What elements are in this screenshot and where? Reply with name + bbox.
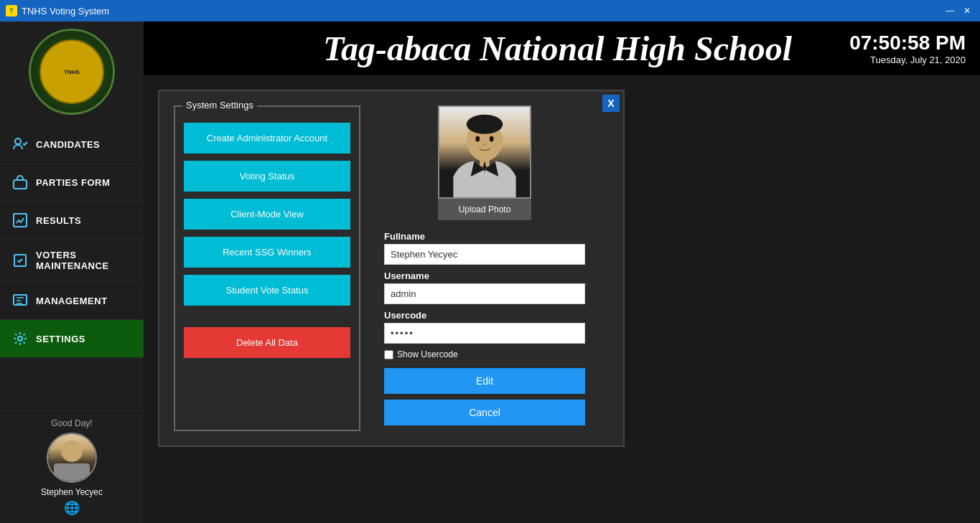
fullname-group: Fullname (384, 231, 585, 265)
recent-ssg-button[interactable]: Recent SSG Winners (184, 237, 350, 268)
parties-label: PARTIES FORM (36, 177, 110, 188)
header: Tag-abaca National High School 07:50:58 … (144, 22, 980, 75)
current-time: 07:50:58 PM (849, 32, 966, 55)
username-label: Username (384, 270, 585, 281)
settings-panel: System Settings Create Administrator Acc… (174, 105, 360, 431)
svg-rect-2 (14, 214, 27, 227)
content-area: X System Settings Create Administrator A… (144, 75, 980, 523)
admin-form: Upload Photo Fullname Username Usercode (360, 105, 609, 431)
upload-photo-button[interactable]: Upload Photo (438, 199, 531, 220)
show-usercode-row: Show Usercode (384, 349, 585, 359)
svg-point-0 (15, 138, 21, 144)
window-controls: — ✕ (943, 5, 974, 17)
sidebar: TNHS CANDIDATES (0, 22, 144, 523)
username-group: Username (384, 270, 585, 304)
photo-frame (438, 105, 531, 199)
globe-icon: 🌐 (7, 500, 136, 516)
fullname-label: Fullname (384, 231, 585, 242)
system-settings-modal: X System Settings Create Administrator A… (158, 90, 625, 447)
app-icon: T (6, 5, 17, 17)
results-icon (11, 212, 29, 229)
parties-icon (11, 174, 29, 191)
main-content: Tag-abaca National High School 07:50:58 … (144, 22, 980, 523)
svg-point-5 (18, 336, 22, 341)
fullname-input[interactable] (384, 244, 585, 265)
usercode-label: Usercode (384, 310, 585, 321)
avatar-body (54, 463, 90, 481)
cancel-button[interactable]: Cancel (384, 400, 585, 425)
show-usercode-label: Show Usercode (397, 349, 458, 359)
management-icon (11, 292, 29, 309)
create-admin-button[interactable]: Create Administrator Account (184, 123, 350, 154)
results-label: RESULTS (36, 215, 81, 226)
voters-icon (11, 252, 29, 269)
logo-inner: TNHS (39, 39, 104, 104)
avatar-person (48, 434, 95, 481)
usercode-group: Usercode (384, 310, 585, 344)
edit-button[interactable]: Edit (384, 368, 585, 394)
good-day-text: Good Day! (7, 418, 136, 428)
svg-point-9 (467, 115, 503, 134)
modal-close-button[interactable]: X (602, 95, 620, 112)
sidebar-item-parties[interactable]: PARTIES FORM (0, 164, 144, 202)
username-input[interactable] (384, 283, 585, 304)
voters-label: VOTERS MAINTENANCE (36, 250, 109, 271)
app-title: TNHS Voting System (22, 6, 109, 17)
close-button[interactable]: ✕ (960, 5, 974, 17)
sidebar-item-candidates[interactable]: CANDIDATES (0, 126, 144, 164)
sidebar-item-results[interactable]: RESULTS (0, 202, 144, 240)
usercode-input[interactable] (384, 323, 585, 344)
nav-items: CANDIDATES PARTIES FORM (0, 126, 144, 358)
photo-section: Upload Photo (438, 105, 531, 220)
client-mode-button[interactable]: Client-Mode View (184, 199, 350, 230)
svg-point-12 (482, 143, 487, 146)
settings-panel-title: System Settings (182, 100, 257, 110)
user-avatar (47, 433, 97, 483)
voting-status-button[interactable]: Voting Status (184, 161, 350, 192)
show-usercode-checkbox[interactable] (384, 350, 393, 359)
svg-point-11 (490, 136, 494, 142)
management-label: MANAGEMENT (36, 296, 108, 306)
app-container: TNHS CANDIDATES (0, 22, 980, 523)
sidebar-item-voters[interactable]: VOTERS MAINTENANCE (0, 240, 144, 282)
settings-icon (11, 330, 29, 347)
sidebar-footer: Good Day! Stephen Yecyec 🌐 (0, 410, 144, 523)
title-bar: T TNHS Voting System — ✕ (0, 0, 980, 22)
logo-text: TNHS (64, 69, 80, 75)
avatar-head (61, 440, 83, 462)
sidebar-item-management[interactable]: MANAGEMENT (0, 282, 144, 320)
school-logo: TNHS (29, 29, 115, 115)
current-date: Tuesday, July 21, 2020 (849, 55, 966, 65)
school-name-title: Tag-abaca National High School (323, 29, 792, 68)
delete-all-button[interactable]: Delete All Data (184, 327, 350, 358)
sidebar-item-settings[interactable]: SETTINGS (0, 320, 144, 358)
title-bar-left: T TNHS Voting System (6, 5, 109, 17)
svg-rect-1 (14, 180, 27, 189)
svg-point-10 (475, 136, 480, 142)
minimize-button[interactable]: — (943, 5, 957, 17)
settings-label: SETTINGS (36, 334, 85, 344)
sidebar-user-name: Stephen Yecyec (7, 487, 136, 497)
candidates-icon (11, 136, 29, 153)
student-vote-button[interactable]: Student Vote Status (184, 275, 350, 306)
header-datetime: 07:50:58 PM Tuesday, July 21, 2020 (849, 32, 966, 65)
candidates-label: CANDIDATES (36, 139, 100, 150)
